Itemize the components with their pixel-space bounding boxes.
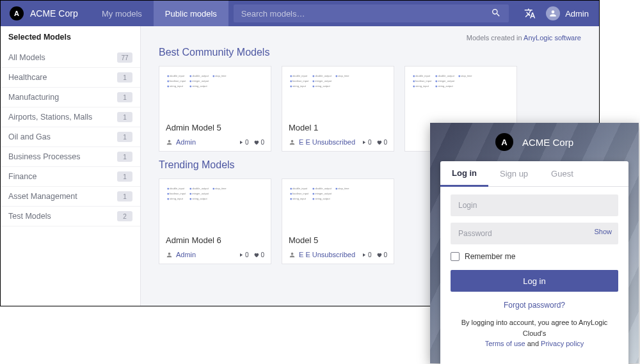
person-icon xyxy=(166,251,173,258)
sidebar-item-airports[interactable]: Airports, Stations, Malls 1 xyxy=(1,107,140,127)
credits-link[interactable]: AnyLogic software xyxy=(524,34,581,42)
sidebar: Selected Models All Models 77 Healthcare… xyxy=(1,26,141,306)
remember-me-label: Remember me xyxy=(465,252,515,261)
sidebar-item-manufacturing[interactable]: Manufacturing 1 xyxy=(1,88,140,107)
play-icon xyxy=(361,139,367,145)
sidebar-item-count: 1 xyxy=(117,152,132,162)
sidebar-item-count: 77 xyxy=(117,52,132,63)
sidebar-item-finance[interactable]: Finance 1 xyxy=(1,167,140,187)
card-likes: 0 xyxy=(260,139,264,146)
card-stats: 0 0 xyxy=(238,139,264,146)
card-thumbnail: double_inputboolean_inputstring_input do… xyxy=(405,67,516,110)
card-stats: 0 0 xyxy=(361,251,387,258)
brand-logo: A xyxy=(10,6,24,20)
card-runs: 0 xyxy=(368,251,372,258)
sidebar-item-count: 1 xyxy=(117,171,132,182)
card-runs: 0 xyxy=(245,251,249,258)
terms-link[interactable]: Terms of use xyxy=(485,340,525,347)
login-tabs: Log in Sign up Guest xyxy=(440,161,628,187)
card-thumbnail: double_inputboolean_inputstring_input do… xyxy=(282,67,394,110)
card-likes: 0 xyxy=(260,251,264,258)
card-author-name: Admin xyxy=(176,138,196,146)
login-password-input[interactable] xyxy=(451,223,618,244)
user-avatar-icon xyxy=(546,6,560,20)
card-stats: 0 0 xyxy=(238,251,264,258)
sidebar-item-label: Oil and Gas xyxy=(8,132,51,141)
card-runs: 0 xyxy=(245,139,249,146)
sidebar-item-count: 1 xyxy=(117,191,132,202)
remember-me-checkbox[interactable] xyxy=(451,252,460,261)
person-icon xyxy=(289,251,296,258)
forgot-password-link[interactable]: Forgot password? xyxy=(451,301,618,310)
heart-icon xyxy=(376,139,382,145)
remember-me-row[interactable]: Remember me xyxy=(451,252,618,261)
credits-line: Models created in AnyLogic software xyxy=(159,34,581,43)
card-author[interactable]: Admin xyxy=(166,251,196,258)
card-author-name: Admin xyxy=(176,251,196,258)
card-stats: 0 0 xyxy=(361,139,387,146)
privacy-link[interactable]: Privacy policy xyxy=(541,340,584,347)
model-card[interactable]: double_inputboolean_inputstring_input do… xyxy=(282,66,394,152)
person-icon xyxy=(289,139,296,146)
search-box[interactable] xyxy=(234,4,509,22)
card-runs: 0 xyxy=(368,139,372,146)
sidebar-item-asset-management[interactable]: Asset Management 1 xyxy=(1,187,140,207)
sidebar-item-count: 1 xyxy=(117,92,132,102)
card-thumbnail: double_inputboolean_inputstring_input do… xyxy=(282,179,394,223)
sidebar-title: Selected Models xyxy=(1,26,140,48)
sidebar-item-label: All Models xyxy=(8,53,45,62)
heart-icon xyxy=(253,252,259,258)
card-author-name: E E Unsubscribed xyxy=(299,138,355,146)
login-brand: A ACME Corp xyxy=(430,123,639,161)
topbar: A ACME Corp My models Public models Admi… xyxy=(1,1,599,26)
tab-guest[interactable]: Guest xyxy=(540,161,585,186)
language-icon[interactable] xyxy=(519,8,541,19)
heart-icon xyxy=(376,252,382,258)
card-title: Model 5 xyxy=(282,235,324,245)
card-author[interactable]: E E Unsubscribed xyxy=(289,138,355,146)
credits-prefix: Models created in xyxy=(467,34,524,42)
brand[interactable]: A ACME Corp xyxy=(1,6,90,20)
search-input[interactable] xyxy=(241,9,491,19)
login-brand-name: ACME Corp xyxy=(522,137,573,148)
card-thumbnail: double_inputboolean_inputstring_input do… xyxy=(159,179,271,223)
card-likes: 0 xyxy=(383,139,387,146)
nav-public-models[interactable]: Public models xyxy=(154,1,228,26)
card-title: Admin Model 6 xyxy=(159,235,228,245)
sidebar-item-healthcare[interactable]: Healthcare 1 xyxy=(1,68,140,88)
nav-my-models[interactable]: My models xyxy=(90,1,154,26)
model-card[interactable]: double_inputboolean_inputstring_input do… xyxy=(159,178,271,264)
sidebar-item-label: Business Processes xyxy=(8,152,81,161)
login-submit-button[interactable]: Log in xyxy=(451,270,618,292)
login-form: Show Remember me Log in Forgot password?… xyxy=(440,187,628,364)
login-username-input[interactable] xyxy=(451,194,618,216)
login-window: A ACME Corp Log in Sign up Guest Show Re… xyxy=(430,123,639,363)
search-wrap xyxy=(228,1,514,26)
sidebar-item-count: 1 xyxy=(117,112,132,122)
card-author-name: E E Unsubscribed xyxy=(299,251,355,258)
tab-login[interactable]: Log in xyxy=(440,161,488,187)
search-icon[interactable] xyxy=(491,8,501,20)
sidebar-item-label: Test Models xyxy=(8,212,51,221)
user-label: Admin xyxy=(565,9,589,19)
card-author[interactable]: Admin xyxy=(166,138,196,146)
brand-name: ACME Corp xyxy=(30,8,78,19)
sidebar-item-all-models[interactable]: All Models 77 xyxy=(1,48,140,68)
play-icon xyxy=(238,139,244,145)
sidebar-item-oil-gas[interactable]: Oil and Gas 1 xyxy=(1,127,140,147)
legal-prefix: By logging into account, you agree to An… xyxy=(461,319,608,337)
model-card[interactable]: double_inputboolean_inputstring_input do… xyxy=(282,178,394,264)
card-thumbnail: double_inputboolean_inputstring_input do… xyxy=(159,67,271,110)
legal-text: By logging into account, you agree to An… xyxy=(451,310,618,358)
password-show-toggle[interactable]: Show xyxy=(594,228,612,235)
sidebar-item-test-models[interactable]: Test Models 2 xyxy=(1,207,140,226)
tab-signup[interactable]: Sign up xyxy=(488,161,540,186)
sidebar-item-business-processes[interactable]: Business Processes 1 xyxy=(1,147,140,167)
model-card[interactable]: double_inputboolean_inputstring_input do… xyxy=(159,66,271,152)
sidebar-item-label: Manufacturing xyxy=(8,93,59,102)
user-menu[interactable]: Admin xyxy=(541,6,599,20)
card-author[interactable]: E E Unsubscribed xyxy=(289,251,355,258)
heart-icon xyxy=(253,139,259,145)
play-icon xyxy=(361,252,367,258)
login-card: Log in Sign up Guest Show Remember me Lo… xyxy=(440,161,628,364)
